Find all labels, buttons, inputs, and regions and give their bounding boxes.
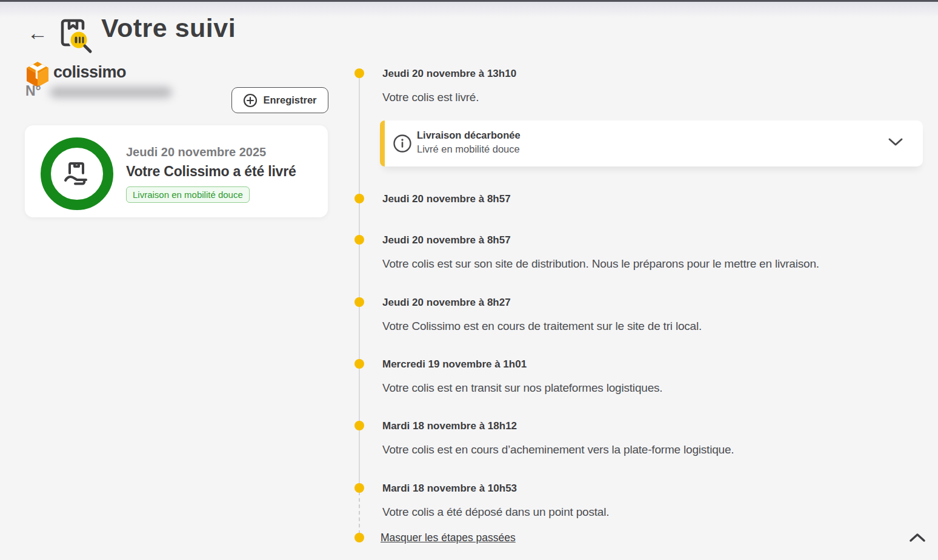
timeline-dot	[354, 235, 364, 245]
timeline-entry-date: Jeudi 20 novembre à 8h27	[382, 297, 511, 309]
status-title: Votre Colissimo a été livré	[126, 163, 296, 180]
timeline-entry-text: Votre Colissimo est en cours de traiteme…	[382, 320, 702, 333]
status-date: Jeudi 20 novembre 2025	[126, 145, 266, 159]
plus-circle-icon	[243, 93, 258, 108]
hand-parcel-icon	[61, 157, 93, 190]
timeline-entry-text: Votre colis a été déposé dans un point p…	[382, 506, 609, 519]
card-accent-bar	[380, 120, 385, 166]
timeline-entry-text: Votre colis est sur son site de distribu…	[382, 257, 819, 271]
chevron-up-icon[interactable]	[909, 533, 926, 543]
tracking-number-redacted	[50, 87, 172, 98]
top-gradient	[0, 2, 938, 18]
package-search-icon	[56, 15, 95, 54]
timeline-dot	[354, 68, 364, 78]
timeline-dot	[354, 483, 364, 493]
window-top-edge	[0, 0, 938, 2]
timeline-dot	[354, 297, 364, 307]
delivered-ring	[41, 137, 113, 210]
info-icon	[393, 134, 412, 153]
tracking-number-label: N°	[25, 83, 41, 99]
timeline-dot	[354, 533, 364, 542]
page-title: Votre suivi	[101, 13, 236, 43]
hide-past-steps-link[interactable]: Masquer les étapes passées	[381, 532, 516, 544]
timeline-entry-date: Mercredi 19 novembre à 1h01	[382, 358, 527, 371]
info-card-title: Livraison décarbonée	[417, 130, 521, 141]
chevron-down-icon[interactable]	[888, 137, 903, 147]
timeline-dot	[354, 194, 364, 203]
timeline-dot	[354, 421, 364, 430]
timeline-entry-date: Mardi 18 novembre à 10h53	[382, 483, 517, 495]
timeline-dot	[354, 359, 364, 369]
timeline-entry-date: Jeudi 20 novembre à 8h57	[382, 193, 511, 205]
timeline-entry-date: Jeudi 20 novembre à 8h57	[382, 234, 511, 246]
timeline-entry-text: Votre colis est en transit sur nos plate…	[382, 381, 662, 395]
carrier-name: colissimo	[53, 63, 126, 82]
timeline-entry-date: Jeudi 20 novembre à 13h10	[382, 68, 516, 80]
save-button-label: Enregistrer	[263, 94, 316, 106]
save-button[interactable]: Enregistrer	[231, 87, 328, 113]
info-card-subtitle: Livré en mobilité douce	[417, 143, 520, 155]
timeline-entry-text: Votre colis est en cours d’acheminement …	[382, 443, 734, 456]
status-badge: Livraison en mobilité douce	[126, 186, 250, 203]
timeline-line-dashed	[359, 492, 360, 534]
decarbonized-delivery-card[interactable]: Livraison décarbonée Livré en mobilité d…	[380, 120, 923, 166]
timeline-entry-date: Mardi 18 novembre à 18h12	[382, 420, 517, 432]
back-button[interactable]: ←	[24, 21, 51, 45]
timeline-entry-text: Votre colis est livré.	[382, 91, 479, 104]
